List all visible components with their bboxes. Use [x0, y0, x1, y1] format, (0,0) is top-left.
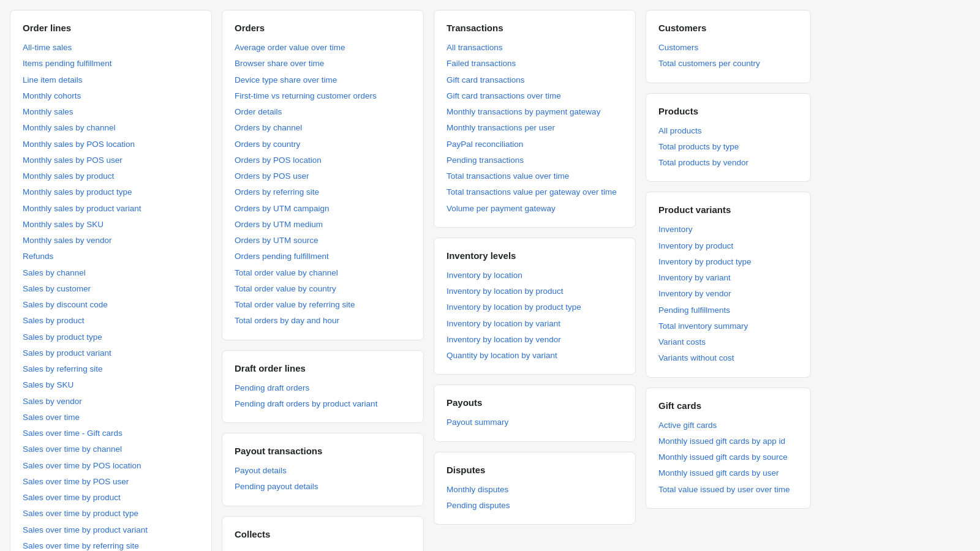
link-item[interactable]: Inventory by product	[658, 240, 798, 252]
link-item[interactable]: Total inventory summary	[658, 320, 798, 332]
link-item[interactable]: Monthly sales by product type	[23, 186, 199, 198]
link-item[interactable]: Sales by product type	[23, 331, 199, 343]
link-item[interactable]: Average order value over time	[235, 42, 411, 54]
link-item[interactable]: Pending payout details	[235, 481, 411, 493]
link-item[interactable]: Payout details	[235, 465, 411, 477]
link-item[interactable]: Monthly sales by product variant	[23, 203, 199, 215]
link-item[interactable]: Inventory by location by product	[447, 285, 623, 298]
link-item[interactable]: Orders by referring site	[235, 186, 411, 198]
link-item[interactable]: Sales by SKU	[23, 379, 199, 391]
link-item[interactable]: Monthly sales by POS location	[23, 138, 199, 151]
link-item[interactable]: Pending transactions	[447, 154, 623, 167]
link-item[interactable]: Customers	[658, 42, 798, 54]
section-title-customers-col-2: Product variants	[658, 204, 798, 215]
link-item[interactable]: All transactions	[447, 42, 623, 54]
link-item[interactable]: Total transactions value per gateway ove…	[447, 186, 623, 198]
link-item[interactable]: Device type share over time	[235, 74, 411, 86]
link-item[interactable]: Gift card transactions	[447, 74, 623, 86]
link-item[interactable]: Orders by UTM source	[235, 234, 411, 247]
link-item[interactable]: Total order value by referring site	[235, 299, 411, 311]
link-item[interactable]: Sales over time by POS location	[23, 460, 199, 472]
link-item[interactable]: Orders by POS user	[235, 170, 411, 182]
link-item[interactable]: Inventory by location	[447, 269, 623, 282]
link-item[interactable]: Orders by UTM campaign	[235, 203, 411, 215]
link-item[interactable]: Total orders by day and hour	[235, 315, 411, 327]
link-item[interactable]: Sales over time - Gift cards	[23, 427, 199, 440]
link-item[interactable]: Sales over time by product	[23, 492, 199, 504]
link-item[interactable]: Sales over time by referring site	[23, 540, 199, 551]
link-item[interactable]: Line item details	[23, 74, 199, 86]
link-item[interactable]: Orders by channel	[235, 122, 411, 134]
link-item[interactable]: Sales over time	[23, 411, 199, 424]
link-item[interactable]: Total customers per country	[658, 58, 798, 70]
link-item[interactable]: PayPal reconciliation	[447, 138, 623, 151]
link-item[interactable]: Monthly issued gift cards by user	[658, 467, 798, 479]
link-item[interactable]: Monthly sales by SKU	[23, 219, 199, 231]
link-item[interactable]: Monthly sales by product	[23, 170, 199, 182]
link-item[interactable]: Monthly disputes	[447, 484, 623, 496]
link-item[interactable]: Sales by vendor	[23, 395, 199, 408]
link-item[interactable]: Variants without cost	[658, 352, 798, 364]
link-item[interactable]: Inventory by product type	[658, 256, 798, 268]
link-item[interactable]: Refunds	[23, 250, 199, 263]
section-title-customers-col-1: Products	[658, 106, 798, 116]
link-item[interactable]: Orders pending fulfillment	[235, 250, 411, 263]
link-item[interactable]: Monthly sales by channel	[23, 122, 199, 134]
link-item[interactable]: All products	[658, 125, 798, 137]
link-item[interactable]: Monthly transactions by payment gateway	[447, 106, 623, 118]
link-item[interactable]: Order details	[235, 106, 411, 118]
link-item[interactable]: Monthly transactions per user	[447, 122, 623, 134]
link-item[interactable]: Payout summary	[447, 416, 623, 429]
link-item[interactable]: Items pending fulfillment	[23, 58, 199, 70]
link-item[interactable]: Total value issued by user over time	[658, 484, 798, 496]
link-item[interactable]: Orders by country	[235, 138, 411, 151]
link-item[interactable]: Total transactions value over time	[447, 170, 623, 182]
link-item[interactable]: Sales over time by product variant	[23, 524, 199, 536]
link-item[interactable]: Active gift cards	[658, 419, 798, 432]
section-title-customers-col-3: Gift cards	[658, 400, 798, 411]
link-item[interactable]: Browser share over time	[235, 58, 411, 70]
link-item[interactable]: Gift card transactions over time	[447, 90, 623, 102]
link-item[interactable]: Sales by channel	[23, 267, 199, 279]
link-item[interactable]: Sales by product	[23, 315, 199, 327]
link-item[interactable]: Inventory by location by vendor	[447, 334, 623, 346]
card-transactions-col-1: Inventory levelsInventory by locationInv…	[434, 238, 636, 375]
link-item[interactable]: All-time sales	[23, 42, 199, 54]
link-item[interactable]: Total order value by channel	[235, 267, 411, 279]
link-item[interactable]: Total products by vendor	[658, 157, 798, 169]
card-transactions-col-2: PayoutsPayout summary	[434, 384, 636, 441]
link-item[interactable]: Quantity by location by variant	[447, 350, 623, 362]
link-item[interactable]: Monthly sales by POS user	[23, 154, 199, 167]
link-item[interactable]: First-time vs returning customer orders	[235, 90, 411, 102]
link-item[interactable]: Monthly cohorts	[23, 90, 199, 102]
link-item[interactable]: Monthly sales by vendor	[23, 234, 199, 247]
link-item[interactable]: Inventory by location by variant	[447, 318, 623, 330]
link-item[interactable]: Monthly issued gift cards by app id	[658, 435, 798, 448]
link-item[interactable]: Pending draft orders by product variant	[235, 398, 411, 410]
link-item[interactable]: Pending disputes	[447, 500, 623, 512]
link-item[interactable]: Monthly issued gift cards by source	[658, 451, 798, 463]
link-item[interactable]: Sales by product variant	[23, 347, 199, 359]
link-item[interactable]: Orders by UTM medium	[235, 219, 411, 231]
link-item[interactable]: Total products by type	[658, 141, 798, 153]
link-item[interactable]: Pending draft orders	[235, 382, 411, 394]
link-item[interactable]: Variant costs	[658, 336, 798, 348]
link-item[interactable]: Sales over time by POS user	[23, 476, 199, 488]
link-item[interactable]: Inventory by variant	[658, 272, 798, 284]
link-item[interactable]: Monthly sales	[23, 106, 199, 118]
link-item[interactable]: Inventory by location by product type	[447, 301, 623, 313]
link-item[interactable]: Failed transactions	[447, 58, 623, 70]
link-item[interactable]: Total order value by country	[235, 283, 411, 295]
link-item[interactable]: Pending fulfillments	[658, 304, 798, 317]
link-item[interactable]: Sales by discount code	[23, 299, 199, 311]
link-item[interactable]: Sales by referring site	[23, 363, 199, 375]
link-item[interactable]: Sales over time by channel	[23, 443, 199, 455]
link-item[interactable]: Inventory by vendor	[658, 288, 798, 300]
link-item[interactable]: Inventory	[658, 223, 798, 236]
section-title-orders-col-3: Collects	[235, 529, 411, 539]
link-item[interactable]: Volume per payment gateway	[447, 203, 623, 215]
link-item[interactable]: Sales over time by product type	[23, 508, 199, 520]
link-item[interactable]: Orders by POS location	[235, 154, 411, 167]
link-item[interactable]: Sales by customer	[23, 283, 199, 295]
link-list-order-lines-0: All-time salesItems pending fulfillmentL…	[23, 42, 199, 551]
